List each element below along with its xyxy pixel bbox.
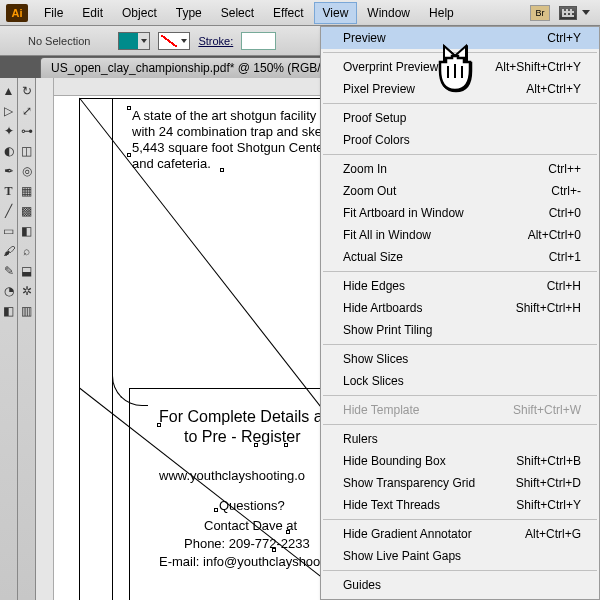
symbol-sprayer-tool-icon[interactable]: ✲ [19,282,35,300]
menu-item-show-transparency-grid[interactable]: Show Transparency GridShift+Ctrl+D [321,472,599,494]
shape-builder-tool-icon[interactable]: ◎ [19,162,35,180]
gradient-tool-icon[interactable]: ◧ [19,222,35,240]
menu-item-zoom-in[interactable]: Zoom InCtrl++ [321,158,599,180]
menu-item-fit-artboard-in-window[interactable]: Fit Artboard in WindowCtrl+0 [321,202,599,224]
stroke-label[interactable]: Stroke: [198,35,233,47]
perspective-tool-icon[interactable]: ▦ [19,182,35,200]
rectangle-tool-icon[interactable]: ▭ [1,222,17,240]
anchor-point[interactable] [127,106,131,110]
body-text: with 24 combination trap and skeet [132,124,333,139]
anchor-point[interactable] [272,548,276,552]
rotate-tool-icon[interactable]: ↻ [19,82,35,100]
column-graph-tool-icon[interactable]: ▥ [19,302,35,320]
menu-edit[interactable]: Edit [73,2,112,24]
document-tab[interactable]: US_open_clay_championship.pdf* @ 150% (R… [40,57,347,78]
anchor-point[interactable] [220,168,224,172]
anchor-point[interactable] [127,153,131,157]
heading-text: to Pre - Register [184,428,300,446]
eyedropper-tool-icon[interactable]: ⌕ [19,242,35,260]
stroke-swatch[interactable] [158,32,190,50]
menu-item-label: Hide Artboards [343,301,422,315]
stroke-weight-input[interactable] [241,32,276,50]
menu-item-hide-gradient-annotator[interactable]: Hide Gradient AnnotatorAlt+Ctrl+G [321,523,599,545]
menu-file[interactable]: File [35,2,72,24]
anchor-point[interactable] [254,443,258,447]
mesh-tool-icon[interactable]: ▩ [19,202,35,220]
dropdown-arrow-icon[interactable] [582,10,590,15]
paintbrush-tool-icon[interactable]: 🖌 [1,242,17,260]
menu-separator [323,154,597,155]
pen-tool-icon[interactable]: ✒ [1,162,17,180]
toolbox-left: ▲ ▷ ✦ ◐ ✒ T ╱ ▭ 🖌 ✎ ◔ ◧ [0,78,18,600]
fill-swatch[interactable] [118,32,150,50]
menu-item-hide-edges[interactable]: Hide EdgesCtrl+H [321,275,599,297]
menu-item-label: Hide Template [343,403,420,417]
menu-item-shortcut: Shift+Ctrl+H [516,301,581,315]
toolbox-right: ↻ ⤢ ⊶ ◫ ◎ ▦ ▩ ◧ ⌕ ⬓ ✲ ▥ [18,78,36,600]
tab-title: US_open_clay_championship.pdf* @ 150% (R… [51,61,321,75]
menu-item-label: Proof Setup [343,111,406,125]
menu-item-hide-text-threads[interactable]: Hide Text ThreadsShift+Ctrl+Y [321,494,599,516]
menu-item-lock-slices[interactable]: Lock Slices [321,370,599,392]
magic-wand-tool-icon[interactable]: ✦ [1,122,17,140]
menu-item-shortcut: Ctrl+H [547,279,581,293]
anchor-point[interactable] [157,423,161,427]
menu-view[interactable]: View [314,2,358,24]
bridge-icon[interactable]: Br [530,5,550,21]
menu-item-fit-all-in-window[interactable]: Fit All in WindowAlt+Ctrl+0 [321,224,599,246]
menu-item-show-print-tiling[interactable]: Show Print Tiling [321,319,599,341]
direct-selection-tool-icon[interactable]: ▷ [1,102,17,120]
selection-tool-icon[interactable]: ▲ [1,82,17,100]
url-text: www.youthclayshooting.o [159,468,305,483]
menu-item-label: Hide Edges [343,279,405,293]
body-text: A state of the art shotgun facility co [132,108,334,123]
menu-item-shortcut: Ctrl+- [551,184,581,198]
menu-item-shortcut: Alt+Shift+Ctrl+Y [495,60,581,74]
menu-item-proof-setup[interactable]: Proof Setup [321,107,599,129]
menu-item-label: Zoom Out [343,184,396,198]
menu-item-guides[interactable]: Guides [321,574,599,596]
menu-help[interactable]: Help [420,2,463,24]
body-text: and cafeteria. [132,156,211,171]
width-tool-icon[interactable]: ⊶ [19,122,35,140]
anchor-point[interactable] [284,443,288,447]
menu-effect[interactable]: Effect [264,2,312,24]
view-menu-dropdown: PreviewCtrl+YOverprint PreviewAlt+Shift+… [320,26,600,600]
menu-item-rulers[interactable]: Rulers [321,428,599,450]
menu-item-hide-artboards[interactable]: Hide ArtboardsShift+Ctrl+H [321,297,599,319]
guide-line [112,98,113,600]
menu-item-zoom-out[interactable]: Zoom OutCtrl+- [321,180,599,202]
ruler-vertical[interactable] [36,78,54,600]
anchor-point[interactable] [214,508,218,512]
menu-select[interactable]: Select [212,2,263,24]
menu-item-label: Hide Gradient Annotator [343,527,472,541]
menu-item-hide-bounding-box[interactable]: Hide Bounding BoxShift+Ctrl+B [321,450,599,472]
arrange-documents-icon[interactable] [559,6,577,20]
menu-item-label: Rulers [343,432,378,446]
menu-item-shortcut: Ctrl+0 [549,206,581,220]
menu-item-show-slices[interactable]: Show Slices [321,348,599,370]
type-tool-icon[interactable]: T [1,182,17,200]
free-transform-tool-icon[interactable]: ◫ [19,142,35,160]
menu-item-show-live-paint-gaps[interactable]: Show Live Paint Gaps [321,545,599,567]
menu-window[interactable]: Window [358,2,419,24]
pencil-tool-icon[interactable]: ✎ [1,262,17,280]
menu-item-shortcut: Shift+Ctrl+D [516,476,581,490]
menu-item-proof-colors[interactable]: Proof Colors [321,129,599,151]
body-text: Questions? [219,498,285,513]
eraser-tool-icon[interactable]: ◧ [1,302,17,320]
lasso-tool-icon[interactable]: ◐ [1,142,17,160]
menu-item-actual-size[interactable]: Actual SizeCtrl+1 [321,246,599,268]
anchor-point[interactable] [286,530,290,534]
scale-tool-icon[interactable]: ⤢ [19,102,35,120]
blend-tool-icon[interactable]: ⬓ [19,262,35,280]
menu-type[interactable]: Type [167,2,211,24]
menu-item-shortcut: Shift+Ctrl+W [513,403,581,417]
line-tool-icon[interactable]: ╱ [1,202,17,220]
menu-item-label: Proof Colors [343,133,410,147]
menu-object[interactable]: Object [113,2,166,24]
corner-curve [112,370,148,406]
blob-brush-tool-icon[interactable]: ◔ [1,282,17,300]
guide-line [79,98,80,600]
menu-item-label: Preview [343,31,386,45]
